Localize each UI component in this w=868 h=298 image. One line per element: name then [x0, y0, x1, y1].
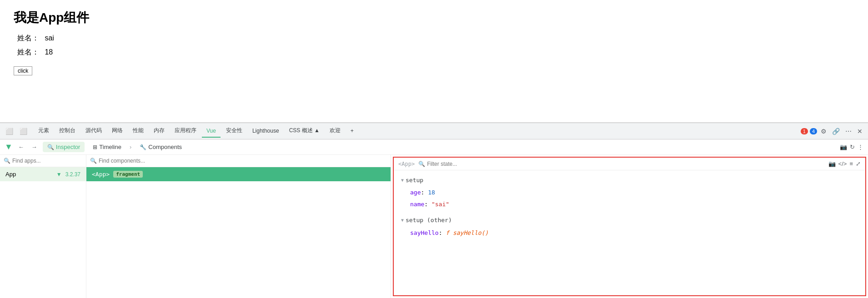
timeline-icon: ⊞ [93, 144, 97, 150]
tab-add[interactable]: + [346, 125, 358, 138]
apps-search-bar: 🔍 [0, 155, 86, 167]
main-title: 我是App组件 [14, 9, 854, 26]
tab-security[interactable]: 安全性 [221, 124, 247, 138]
inspect-icon[interactable]: ⬜ [18, 126, 29, 137]
tab-performance[interactable]: 性能 [128, 124, 148, 138]
refresh-icon[interactable]: ↻ [850, 144, 855, 150]
devtools-tab-bar: ⬜ ⬜ 元素 控制台 源代码 网络 性能 内存 应用程序 Vue 安全性 Lig… [0, 123, 868, 139]
setup-other-arrow: ▼ [401, 216, 404, 224]
tab-elements[interactable]: 元素 [34, 124, 54, 138]
error-badge: 1 [801, 128, 808, 134]
breadcrumb-separator: › [130, 144, 131, 150]
inspector-icon: 🔍 [47, 144, 54, 150]
prop-name: name: "sai" [410, 199, 858, 209]
tab-sources[interactable]: 源代码 [81, 124, 106, 138]
click-button[interactable]: click [14, 66, 32, 75]
back-button[interactable]: ← [16, 143, 26, 151]
screenshot-state-icon[interactable]: 📷 [828, 160, 836, 167]
find-apps-input[interactable] [12, 158, 82, 164]
tab-welcome[interactable]: 欢迎 [325, 124, 345, 138]
tab-console[interactable]: 控制台 [55, 124, 80, 138]
tab-network[interactable]: 网络 [107, 124, 127, 138]
tab-bar-right: 1 4 ⚙ 🔗 ⋯ ✕ [801, 126, 864, 137]
setup-arrow: ▼ [401, 176, 404, 184]
tab-inspector[interactable]: 🔍 Inspector [43, 142, 85, 152]
close-icon[interactable]: ✕ [855, 126, 864, 137]
tab-lighthouse[interactable]: Lighthouse [248, 125, 284, 138]
main-panel: 🔍 App ▼ 3.2.37 🔍 <App> fragment [0, 155, 868, 298]
prop-name: 姓名： sai [14, 34, 854, 43]
prop-age: 姓名： 18 [14, 48, 854, 57]
vue-toolbar: ▼ ← → 🔍 Inspector ⊞ Timeline › 🔧 Compone… [0, 139, 868, 155]
state-app-tag: <App> [398, 161, 415, 167]
state-content: ▼ setup age: 18 name: "sai" ▼ setup (oth… [394, 170, 865, 243]
app-version: 3.2.37 [65, 171, 80, 178]
more-options-icon[interactable]: ⋮ [858, 144, 863, 150]
tab-application[interactable]: 应用程序 [170, 124, 201, 138]
code-icon[interactable]: </> [838, 160, 847, 167]
tab-timeline[interactable]: ⊞ Timeline [88, 142, 126, 152]
app-name: App [5, 171, 16, 178]
component-tag: <App> [92, 171, 110, 178]
app-list-item[interactable]: App ▼ 3.2.37 [0, 167, 86, 181]
search-apps-icon: 🔍 [4, 158, 10, 164]
more-icon[interactable]: ⋯ [843, 126, 853, 137]
device-icon[interactable]: ⬜ [4, 126, 15, 137]
tab-vue[interactable]: Vue [202, 125, 221, 138]
search-state-icon: 🔍 [418, 161, 425, 167]
setup-section-title: ▼ setup [401, 175, 858, 185]
prop-age: age: 18 [410, 187, 858, 198]
component-item[interactable]: <App> fragment [86, 167, 391, 181]
search-components-icon: 🔍 [90, 158, 97, 164]
forward-button[interactable]: → [30, 143, 39, 151]
link-icon[interactable]: 🔗 [830, 126, 842, 137]
info-badge: 4 [810, 128, 817, 134]
components-icon: 🔧 [140, 144, 146, 150]
components-search-bar: 🔍 [86, 155, 391, 167]
find-components-input[interactable] [99, 158, 387, 164]
setup-other-section-title: ▼ setup (other) [401, 215, 858, 225]
vue-toolbar-right: 📷 ↻ ⋮ [840, 144, 863, 150]
state-search: 🔍 [418, 161, 495, 167]
tab-memory[interactable]: 内存 [149, 124, 169, 138]
filter-state-input[interactable] [427, 161, 495, 167]
state-header: <App> 🔍 📷 </> ≡ ⤢ [394, 158, 865, 170]
devtools-panel: ⬜ ⬜ 元素 控制台 源代码 网络 性能 内存 应用程序 Vue 安全性 Lig… [0, 123, 868, 298]
open-icon[interactable]: ⤢ [856, 160, 861, 167]
devtools-toolbar-icons: ⬜ ⬜ [4, 126, 29, 137]
tab-components[interactable]: 🔧 Components [135, 142, 186, 152]
screenshot-icon[interactable]: 📷 [840, 144, 847, 150]
tab-css-overview[interactable]: CSS 概述 ▲ [285, 124, 324, 138]
vue-logo: ▼ [5, 142, 13, 152]
vue-v-icon: ▼ [56, 171, 62, 178]
prop-sayhello: sayHello: f sayHello() [410, 228, 858, 238]
main-content: 我是App组件 姓名： sai 姓名： 18 click [0, 0, 868, 123]
state-divider [401, 210, 858, 215]
components-panel: 🔍 <App> fragment [86, 155, 391, 298]
state-panel: <App> 🔍 📷 </> ≡ ⤢ ▼ setup [393, 157, 866, 296]
list-icon[interactable]: ≡ [849, 160, 853, 167]
component-badge: fragment [113, 171, 143, 178]
settings-icon[interactable]: ⚙ [819, 126, 828, 137]
state-header-right: 📷 </> ≡ ⤢ [828, 160, 861, 167]
apps-panel: 🔍 App ▼ 3.2.37 [0, 155, 86, 298]
